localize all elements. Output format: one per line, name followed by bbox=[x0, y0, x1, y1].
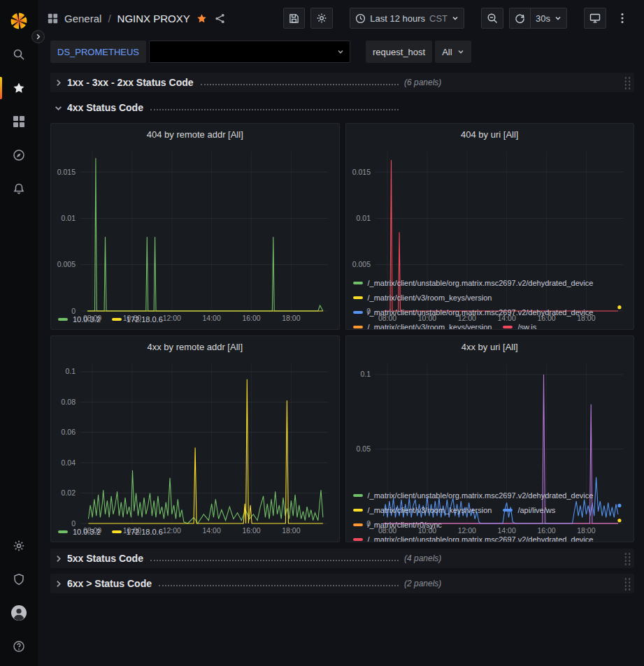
dashboard-canvas: 1xx - 3xx - 2xx Status Code (6 panels) 4… bbox=[38, 67, 644, 666]
cycle-view-mode-button[interactable] bbox=[584, 8, 606, 29]
sidebar-expand-button[interactable] bbox=[31, 30, 45, 43]
sidebar-item-server-admin[interactable] bbox=[0, 563, 38, 596]
search-icon bbox=[13, 48, 25, 61]
row-title: 4xx Status Code bbox=[67, 102, 143, 113]
star-icon bbox=[196, 13, 207, 24]
chart-4xx-by-uri: 08:0010:0012:0014:0016:0018:0000.050.1 bbox=[346, 357, 634, 488]
breadcrumb: General / NGINX PROXY bbox=[48, 13, 225, 24]
sidebar-item-dashboards[interactable] bbox=[0, 105, 38, 138]
legend-item[interactable]: /_matrix/client/unstable/org.matrix.msc2… bbox=[353, 490, 594, 501]
dashboard-title[interactable]: NGINX PROXY bbox=[117, 13, 190, 24]
legend-swatch bbox=[353, 311, 363, 314]
refresh-group: 30s bbox=[509, 8, 567, 29]
refresh-icon bbox=[515, 13, 525, 24]
favorite-star-button[interactable] bbox=[196, 13, 207, 24]
legend-item[interactable]: /sw.js bbox=[503, 321, 536, 329]
legend-label: /_matrix/client/unstable/org.matrix.msc2… bbox=[368, 535, 594, 542]
sidebar-item-search[interactable] bbox=[0, 38, 38, 71]
share-dashboard-button[interactable] bbox=[215, 13, 225, 24]
dashboard-variables-bar: DS_PROMETHEUS request_host All bbox=[38, 36, 644, 67]
row-dots bbox=[150, 560, 399, 561]
user-avatar bbox=[10, 605, 27, 621]
panel-4xx-by-uri: 4xx by uri [All] 08:0010:0012:0014:0016:… bbox=[345, 335, 635, 542]
row-dots bbox=[201, 84, 399, 85]
legend-item[interactable]: 10.0.3.2 bbox=[58, 314, 101, 325]
legend-label: /sw.js bbox=[517, 323, 536, 329]
bell-icon bbox=[13, 182, 25, 195]
legend-label: /_matrix/client/v3/room_keys/version bbox=[368, 294, 492, 302]
legend-item[interactable]: 10.0.3.2 bbox=[58, 526, 101, 537]
clock-icon bbox=[355, 13, 366, 24]
legend-item[interactable]: /_matrix/client/v3/room_keys/version bbox=[353, 505, 492, 516]
dashboard-header: General / NGINX PROXY Last 12 hours CST bbox=[38, 0, 644, 36]
legend-swatch bbox=[503, 509, 513, 512]
chevron-down-icon bbox=[457, 48, 464, 55]
row-drag-handle[interactable] bbox=[624, 577, 631, 591]
legend-swatch bbox=[503, 326, 513, 328]
sidebar-item-profile[interactable] bbox=[0, 596, 38, 630]
chart-404-by-uri: 08:0010:0012:0014:0016:0018:0000.0050.01… bbox=[346, 145, 634, 276]
row-header-5xx[interactable]: 5xx Status Code (4 panels) bbox=[50, 549, 634, 568]
legend-item[interactable]: 172.18.0.6 bbox=[112, 314, 163, 325]
legend-item[interactable]: /api/live/ws bbox=[503, 505, 555, 516]
sidebar-item-help[interactable] bbox=[0, 630, 38, 663]
refresh-interval-label: 30s bbox=[536, 13, 550, 24]
shield-icon bbox=[13, 573, 25, 586]
panel-title[interactable]: 404 by remote addr [All] bbox=[51, 124, 339, 145]
legend-swatch bbox=[58, 530, 68, 533]
legend-item[interactable]: 172.18.0.6 bbox=[112, 526, 163, 537]
legend-label: /api/live/ws bbox=[517, 506, 555, 514]
row-title: 1xx - 3xx - 2xx Status Code bbox=[67, 77, 194, 88]
compass-icon bbox=[13, 149, 25, 161]
sidebar-item-configuration[interactable] bbox=[0, 529, 38, 563]
row-header-1xx-3xx-2xx[interactable]: 1xx - 3xx - 2xx Status Code (6 panels) bbox=[50, 73, 634, 92]
legend-swatch bbox=[353, 494, 363, 497]
legend-item[interactable]: /_matrix/client/v3/room_keys/version bbox=[353, 321, 492, 329]
legend-swatch bbox=[353, 523, 363, 526]
legend-swatch bbox=[353, 509, 363, 512]
legend-item[interactable]: /_matrix/client/r0/sync bbox=[353, 519, 442, 530]
legend-swatch bbox=[353, 296, 363, 299]
sidebar-item-starred[interactable] bbox=[0, 71, 38, 105]
request-host-value: All bbox=[442, 47, 452, 57]
legend-item[interactable]: /_matrix/client/unstable/org.matrix.msc2… bbox=[353, 534, 594, 542]
row-title: 5xx Status Code bbox=[67, 553, 143, 564]
panel-title[interactable]: 404 by uri [All] bbox=[346, 124, 634, 145]
breadcrumb-folder[interactable]: General bbox=[64, 13, 101, 24]
dashboard-settings-button[interactable] bbox=[310, 8, 333, 29]
sidebar-item-explore[interactable] bbox=[0, 138, 38, 172]
refresh-dashboard-button[interactable] bbox=[509, 8, 530, 29]
star-icon bbox=[13, 82, 25, 94]
panel-404-by-uri: 404 by uri [All] 08:0010:0012:0014:0016:… bbox=[345, 123, 635, 330]
legend-item[interactable]: /_matrix/client/unstable/org.matrix.msc2… bbox=[353, 277, 594, 289]
panel-title[interactable]: 4xx by remote addr [All] bbox=[51, 336, 339, 357]
legend-swatch bbox=[353, 538, 363, 541]
time-zone-label: CST bbox=[429, 13, 448, 24]
help-icon bbox=[13, 640, 25, 653]
row-title: 6xx > Status Code bbox=[67, 578, 152, 589]
time-range-picker[interactable]: Last 12 hours CST bbox=[350, 8, 464, 29]
panel-404-by-remote-addr: 404 by remote addr [All] 08:0010:0012:00… bbox=[50, 123, 340, 330]
sidebar-item-alerting[interactable] bbox=[0, 172, 38, 205]
svg-text:0.005: 0.005 bbox=[352, 260, 370, 268]
legend-item[interactable]: /_matrix/client/v3/room_keys/version bbox=[353, 292, 492, 303]
tv-icon bbox=[589, 13, 601, 24]
refresh-interval-dropdown[interactable]: 30s bbox=[530, 8, 567, 29]
row-header-6xx[interactable]: 6xx > Status Code (2 panels) bbox=[50, 574, 634, 593]
grafana-logo-icon bbox=[9, 11, 29, 31]
request-host-select[interactable]: All bbox=[435, 41, 471, 63]
svg-text:0.01: 0.01 bbox=[356, 214, 371, 222]
legend-item[interactable]: /_matrix/client/unstable/org.matrix.msc2… bbox=[353, 307, 594, 318]
row-panel-count: (2 panels) bbox=[404, 579, 441, 588]
kebab-menu-icon bbox=[621, 13, 624, 24]
datasource-select[interactable] bbox=[149, 41, 350, 63]
zoom-out-time-button[interactable] bbox=[481, 8, 503, 29]
panel-title[interactable]: 4xx by uri [All] bbox=[346, 336, 634, 357]
more-options-button[interactable] bbox=[612, 8, 633, 29]
row-drag-handle[interactable] bbox=[624, 76, 631, 89]
save-dashboard-button[interactable] bbox=[283, 8, 305, 29]
legend-label: /_matrix/client/v3/room_keys/version bbox=[368, 323, 492, 329]
row-header-4xx[interactable]: 4xx Status Code bbox=[50, 98, 634, 117]
variable-request-host: request_host All bbox=[366, 41, 471, 63]
row-drag-handle[interactable] bbox=[624, 552, 631, 565]
